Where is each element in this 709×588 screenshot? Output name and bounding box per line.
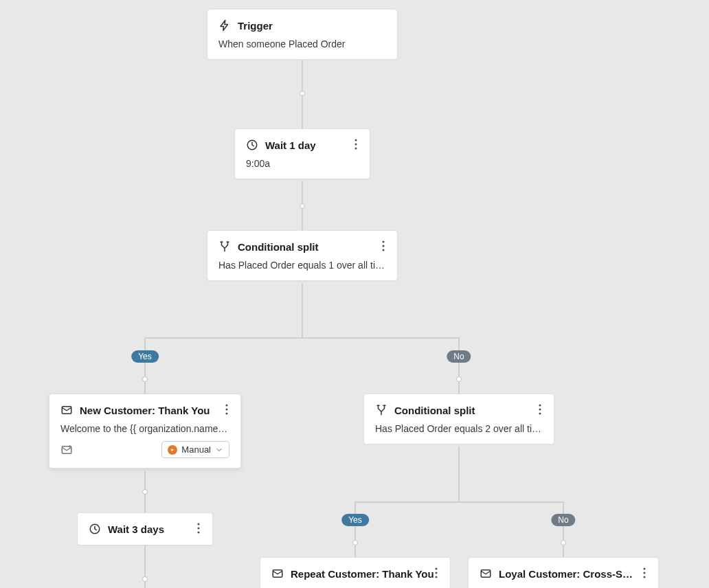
wait-node[interactable]: Wait 1 day 9:00a	[234, 128, 370, 179]
svg-point-9	[225, 408, 227, 410]
svg-point-3	[354, 147, 357, 149]
email-icon	[60, 404, 73, 416]
email-icon	[480, 567, 492, 580]
connector-dot	[456, 376, 462, 382]
flow-canvas[interactable]: Yes No Yes No Trigger When someone Place…	[0, 0, 709, 588]
svg-point-22	[435, 576, 437, 578]
chevron-down-icon	[215, 446, 223, 454]
node-title: Wait 3 days	[108, 523, 164, 535]
node-title: Conditional split	[238, 241, 319, 253]
clock-icon	[246, 139, 258, 151]
connector-dot	[300, 203, 305, 209]
svg-point-12	[539, 404, 541, 406]
node-menu-button[interactable]	[429, 565, 443, 581]
node-title: New Customer: Thank You	[80, 405, 210, 416]
node-menu-button[interactable]	[376, 238, 390, 254]
svg-point-14	[539, 412, 541, 414]
connector	[355, 501, 563, 503]
lightning-icon	[218, 19, 231, 32]
connector-dot	[300, 91, 305, 96]
node-description: When someone Placed Order	[218, 38, 386, 49]
svg-point-4	[382, 240, 384, 242]
svg-point-17	[197, 527, 199, 529]
svg-point-18	[197, 531, 199, 533]
connector-dot	[142, 489, 148, 495]
trigger-node[interactable]: Trigger When someone Placed Order	[207, 9, 398, 60]
connector-dot	[142, 576, 148, 582]
node-title: Wait 1 day	[265, 139, 316, 151]
svg-point-21	[435, 572, 437, 574]
connector-dot	[352, 540, 358, 545]
email-node[interactable]: Loyal Customer: Cross-Sell +…	[468, 557, 659, 588]
split-icon	[375, 404, 387, 416]
node-menu-button[interactable]	[192, 520, 205, 536]
svg-point-2	[354, 143, 357, 145]
node-menu-button[interactable]	[349, 136, 363, 152]
svg-point-20	[435, 567, 437, 569]
node-menu-button[interactable]	[220, 401, 234, 418]
node-menu-button[interactable]	[638, 565, 651, 581]
clock-icon	[89, 523, 101, 535]
node-description: Has Placed Order equals 1 over all time.	[218, 260, 386, 271]
send-mode-dropdown[interactable]: Manual	[161, 441, 229, 458]
connector	[458, 337, 460, 394]
split-icon	[218, 240, 231, 253]
connector	[354, 501, 356, 557]
svg-point-10	[225, 412, 227, 414]
smart-send-icon	[60, 444, 73, 456]
branch-label-yes: Yes	[341, 514, 369, 526]
svg-point-6	[382, 249, 384, 251]
connector-dot	[561, 540, 566, 545]
svg-point-26	[643, 576, 645, 578]
email-icon	[271, 567, 284, 580]
email-node[interactable]: Repeat Customer: Thank You	[260, 557, 451, 588]
branch-label-no: No	[447, 350, 471, 363]
connector	[145, 337, 459, 339]
send-mode-label: Manual	[181, 444, 211, 455]
node-menu-button[interactable]	[533, 401, 547, 418]
wait-node[interactable]: Wait 3 days	[77, 512, 213, 545]
node-title: Trigger	[238, 20, 273, 32]
svg-point-8	[225, 404, 227, 406]
svg-point-16	[197, 523, 199, 525]
svg-point-5	[382, 245, 384, 247]
node-description: 9:00a	[246, 158, 359, 169]
node-description: Has Placed Order equals 2 over all time.	[375, 423, 543, 434]
email-node[interactable]: New Customer: Thank You Welcome to the {…	[49, 394, 241, 468]
svg-point-25	[643, 572, 645, 574]
connector	[302, 283, 303, 338]
svg-point-13	[539, 408, 541, 410]
conditional-split-node[interactable]: Conditional split Has Placed Order equal…	[363, 394, 554, 444]
node-title: Repeat Customer: Thank You	[291, 568, 434, 580]
manual-status-icon	[168, 445, 177, 455]
branch-label-no: No	[551, 514, 575, 526]
conditional-split-node[interactable]: Conditional split Has Placed Order equal…	[207, 230, 398, 281]
node-title: Loyal Customer: Cross-Sell +…	[499, 568, 636, 580]
branch-label-yes: Yes	[131, 350, 159, 363]
node-description: Welcome to the {{ organization.name|titl…	[60, 423, 229, 434]
connector	[563, 501, 564, 557]
node-title: Conditional split	[394, 405, 475, 416]
connector-dot	[142, 376, 148, 382]
connector	[144, 337, 146, 394]
connector	[458, 446, 460, 501]
svg-point-1	[354, 139, 357, 141]
svg-point-24	[643, 567, 645, 569]
